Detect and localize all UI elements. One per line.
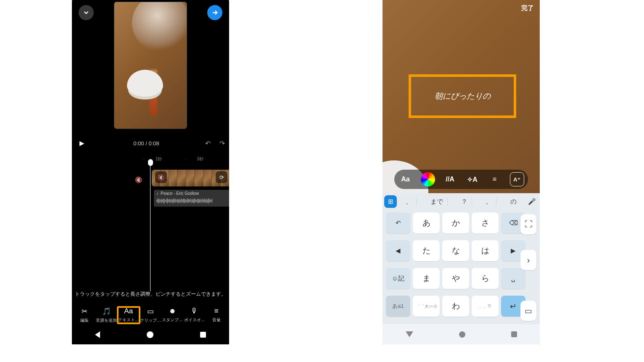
nav-back[interactable] — [406, 331, 413, 337]
clip-settings-icon[interactable]: ⟳ — [216, 171, 227, 183]
key-ta[interactable]: た — [413, 240, 440, 261]
suggestion-row: ⊞ 、 まで ？ 。 の 🎤 — [383, 193, 540, 210]
suggestion[interactable]: まで — [426, 198, 448, 206]
mic-icon: 🎙 — [184, 307, 206, 315]
clip-mute-icon[interactable]: 🔇 — [155, 171, 167, 183]
text-overlay-value: 朝にぴったりの — [435, 91, 491, 102]
play-button[interactable]: ▶ — [72, 139, 92, 147]
tool-voiceover[interactable]: 🎙ボイスオ… — [184, 307, 206, 323]
tool-add-audio[interactable]: 🎵音源を追加 — [95, 307, 117, 323]
key-ha[interactable]: は — [472, 240, 499, 261]
text-icon: Aa — [118, 307, 140, 315]
tool-text[interactable]: Aaテキスト… — [118, 307, 140, 323]
text-style-bar: Aa //A ✧A ≡ A⁺ — [394, 170, 528, 189]
mute-icon[interactable]: 🔇 — [135, 176, 142, 183]
nav-recent[interactable] — [511, 331, 517, 337]
key-a[interactable]: あ — [413, 212, 440, 233]
sliders-icon: ≡ — [206, 307, 227, 315]
font-button[interactable]: Aa — [399, 172, 413, 186]
next-button[interactable] — [207, 5, 222, 20]
nav-recent[interactable] — [200, 332, 206, 338]
suggestion[interactable]: 。 — [481, 198, 496, 206]
video-editor-screen: ▶ 0:00 / 0:08 ↶ ↷ 1秒 3秒 🔇 🔇 ⟳ ♪Peace - E… — [72, 0, 229, 344]
key-resize[interactable]: ▭ — [520, 301, 536, 321]
key-mode-switch[interactable]: あa1 — [386, 296, 410, 317]
stamp-icon: ☻ — [161, 307, 183, 315]
key-grid: ↶ あ か さ ⌫ ◀ た な は ▶ ☺記 ま や ら ␣ あa1 ゛゜ 大⇔… — [383, 210, 540, 324]
animation-button[interactable]: A⁺ — [510, 172, 524, 186]
preview-area — [72, 0, 229, 134]
key-more[interactable]: › — [520, 250, 536, 270]
waveform — [156, 197, 229, 204]
key-expand[interactable]: ⛶ — [520, 214, 536, 234]
key-ka[interactable]: か — [442, 212, 469, 233]
key-undo[interactable]: ↶ — [386, 212, 410, 233]
close-button[interactable] — [79, 5, 94, 20]
key-left[interactable]: ◀ — [386, 240, 410, 261]
playhead[interactable] — [150, 161, 150, 291]
keyboard-menu-button[interactable]: ⊞ — [384, 195, 397, 208]
nav-back[interactable] — [95, 331, 100, 338]
effect-button[interactable]: ✧A — [465, 172, 480, 186]
key-punct[interactable]: 、。?! — [472, 296, 499, 317]
color-button[interactable] — [421, 172, 435, 186]
key-wa[interactable]: わ — [442, 296, 469, 317]
ime-keyboard: ⊞ 、 まで ？ 。 の 🎤 ↶ あ か さ ⌫ ◀ た な — [383, 193, 540, 324]
suggestion[interactable]: ？ — [457, 198, 472, 206]
undo-button[interactable]: ↶ — [201, 139, 215, 147]
timeline[interactable]: 1秒 3秒 🔇 🔇 ⟳ ♪Peace - Eric Godlow — [72, 153, 229, 291]
story-canvas[interactable]: 完了 朝にぴったりの Aa //A ✧A ≡ A⁺ — [383, 0, 540, 193]
tick-label: 3秒 — [185, 156, 203, 162]
key-dakuten[interactable]: ゛゜ 大⇔小 — [413, 296, 440, 317]
voice-input-button[interactable]: 🎤 — [525, 195, 538, 208]
text-entry-screen: 完了 朝にぴったりの Aa //A ✧A ≡ A⁺ ⊞ 、 まで ？ 。 — [383, 0, 540, 344]
android-nav-bar — [383, 324, 540, 344]
nav-home[interactable] — [459, 331, 465, 338]
video-preview[interactable] — [114, 2, 187, 129]
clip-icon: ▭ — [140, 307, 161, 316]
tool-stamp[interactable]: ☻スタンプ… — [161, 307, 183, 323]
key-na[interactable]: な — [442, 240, 469, 261]
hint-text: トラックをタップすると長さ調整、ピンチするとズームできます。 — [72, 291, 229, 297]
android-nav-bar — [72, 325, 229, 344]
tool-clip[interactable]: ▭クリップ… — [140, 307, 161, 323]
align-button[interactable]: ≡ — [488, 172, 502, 186]
tool-row: ✂編集 🎵音源を追加 Aaテキスト… ▭クリップ… ☻スタンプ… 🎙ボイスオ… … — [72, 307, 229, 323]
key-space[interactable]: ␣ — [501, 268, 525, 289]
key-ra[interactable]: ら — [472, 268, 499, 289]
suggestion[interactable]: の — [506, 198, 521, 206]
music-icon: ♪ — [156, 191, 158, 196]
key-ma[interactable]: ま — [413, 268, 440, 289]
audio-track-label: Peace - Eric Godlow — [161, 191, 199, 196]
suggestion[interactable]: 、 — [401, 198, 417, 206]
redo-button[interactable]: ↷ — [215, 139, 229, 147]
key-ya[interactable]: や — [442, 268, 469, 289]
audio-track[interactable]: ♪Peace - Eric Godlow — [154, 190, 229, 207]
tool-edit[interactable]: ✂編集 — [74, 307, 95, 323]
text-overlay-input[interactable]: 朝にぴったりの — [411, 77, 514, 115]
scissors-icon: ✂ — [74, 307, 95, 316]
tool-volume[interactable]: ≡音量 — [206, 307, 227, 323]
nav-home[interactable] — [147, 331, 153, 338]
key-sa[interactable]: さ — [472, 212, 499, 233]
done-button[interactable]: 完了 — [521, 4, 534, 12]
time-display: 0:00 / 0:08 — [92, 140, 201, 147]
playback-bar: ▶ 0:00 / 0:08 ↶ ↷ — [72, 134, 229, 153]
style-italic-button[interactable]: //A — [443, 172, 457, 186]
key-emoji[interactable]: ☺記 — [386, 268, 410, 289]
music-icon: 🎵 — [95, 307, 117, 316]
